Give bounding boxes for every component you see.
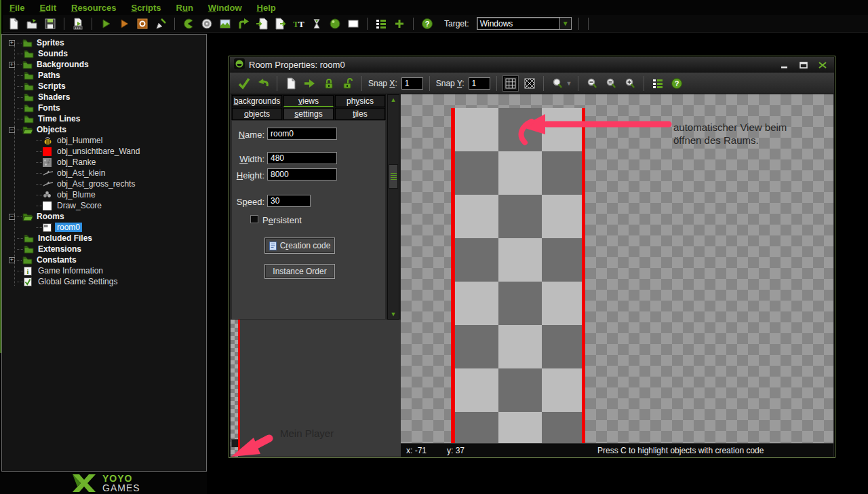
create-shader-icon[interactable] bbox=[273, 17, 287, 31]
tree-item-obj-ranke[interactable]: obj_Ranke bbox=[2, 157, 206, 168]
tree-item-scripts[interactable]: Scripts bbox=[2, 81, 206, 92]
menu-item-edit[interactable]: Edit bbox=[39, 3, 56, 13]
tree-item-game-information[interactable]: iGame Information bbox=[2, 265, 206, 276]
snap-x-input[interactable]: 1 bbox=[401, 77, 423, 90]
tree-item-room0[interactable]: room0 bbox=[2, 222, 206, 233]
tree-item-obj-blume[interactable]: obj_Blume bbox=[2, 189, 206, 200]
tree-item-fonts[interactable]: Fonts bbox=[2, 102, 206, 113]
close-button[interactable] bbox=[815, 60, 830, 70]
create-object-icon[interactable] bbox=[328, 17, 342, 31]
creation-code-button[interactable]: Creation code bbox=[264, 238, 335, 254]
tree-item-objects[interactable]: −Objects bbox=[2, 124, 206, 135]
tree-item-obj-unsichtbare-wand[interactable]: obj_unsichtbare_Wand bbox=[2, 146, 206, 157]
zoom-dropdown-icon[interactable] bbox=[550, 76, 565, 91]
clear-room-icon[interactable] bbox=[283, 76, 298, 91]
zoom-out-icon[interactable] bbox=[585, 76, 599, 91]
run-icon[interactable] bbox=[99, 17, 113, 31]
tree-item-draw-score[interactable]: Draw_Score bbox=[2, 200, 206, 211]
tab-views[interactable]: views bbox=[283, 95, 334, 107]
tree-item-obj-hummel[interactable]: obj_Hummel bbox=[2, 135, 206, 146]
menu-item-scripts[interactable]: Scripts bbox=[131, 3, 161, 13]
create-room-icon[interactable] bbox=[347, 17, 360, 31]
tree-item-paths[interactable]: Paths bbox=[2, 70, 206, 81]
tree-item-rooms[interactable]: −Rooms bbox=[2, 211, 206, 222]
clean-cache-icon[interactable] bbox=[154, 17, 167, 31]
instance-order-button[interactable]: Instance Order bbox=[264, 264, 335, 279]
open-project-icon[interactable] bbox=[25, 17, 39, 31]
scroll-down-icon[interactable]: ▼ bbox=[388, 309, 399, 319]
show-list-icon[interactable] bbox=[650, 76, 665, 91]
height-input[interactable]: 8000 bbox=[267, 168, 337, 180]
run-debug-icon[interactable] bbox=[117, 17, 131, 31]
create-font-icon[interactable]: TT bbox=[292, 17, 305, 31]
settings-scrollbar[interactable]: ▲ ▼ bbox=[387, 94, 399, 320]
shift-instances-icon[interactable] bbox=[302, 76, 317, 91]
create-sprite-icon[interactable] bbox=[182, 17, 195, 31]
tree-item-obj-ast-klein[interactable]: obj_Ast_klein bbox=[2, 168, 206, 178]
menu-item-help[interactable]: Help bbox=[257, 3, 276, 13]
create-path-icon[interactable] bbox=[237, 17, 250, 31]
add-icon[interactable] bbox=[393, 17, 406, 31]
zoom-normal-icon[interactable] bbox=[604, 76, 618, 91]
cursor-y-readout: y: 37 bbox=[447, 446, 465, 455]
tab-objects[interactable]: objects bbox=[232, 108, 282, 120]
create-executable-icon[interactable] bbox=[71, 17, 85, 31]
snap-y-input[interactable]: 1 bbox=[469, 77, 490, 90]
tree-item-included-files[interactable]: Included Files bbox=[2, 233, 206, 244]
tree-item-sprites[interactable]: +Sprites bbox=[2, 37, 206, 48]
lock-icon[interactable] bbox=[321, 76, 336, 91]
room-canvas[interactable] bbox=[401, 94, 833, 443]
create-background-icon[interactable] bbox=[218, 17, 232, 31]
zoom-in-icon[interactable] bbox=[623, 76, 637, 91]
tree-item-obj-ast-gross-rechts[interactable]: obj_Ast_gross_rechts bbox=[2, 178, 206, 189]
tab-backgrounds[interactable]: backgrounds bbox=[232, 95, 282, 107]
tab-physics[interactable]: physics bbox=[335, 95, 385, 107]
grid-toggle-icon[interactable] bbox=[503, 76, 518, 91]
tree-item-label: Objects bbox=[35, 125, 68, 134]
instance-list-icon[interactable] bbox=[374, 17, 388, 31]
menu-bar: FileEditResourcesScriptsRunWindowHelp bbox=[3, 0, 868, 15]
ok-check-icon[interactable] bbox=[237, 76, 252, 91]
player-instance[interactable] bbox=[231, 439, 238, 447]
create-timeline-icon[interactable] bbox=[310, 17, 323, 31]
target-dropdown[interactable]: Windows ▼ bbox=[477, 17, 572, 30]
dropdown-arrow-icon[interactable]: ▼ bbox=[559, 18, 571, 29]
tree-item-constants[interactable]: +Constants bbox=[2, 254, 206, 265]
width-input[interactable]: 480 bbox=[267, 152, 337, 164]
name-input[interactable]: room0 bbox=[267, 128, 337, 140]
tree-item-extensions[interactable]: Extensions bbox=[2, 244, 206, 254]
undo-icon[interactable] bbox=[256, 76, 271, 91]
help-icon[interactable]: ? bbox=[420, 17, 434, 31]
grid-isometric-icon[interactable] bbox=[522, 76, 537, 91]
tree-connector bbox=[17, 238, 23, 239]
new-project-icon[interactable] bbox=[7, 17, 20, 31]
zoom-dropdown-caret-icon[interactable]: ▼ bbox=[566, 80, 572, 87]
speed-input[interactable]: 30 bbox=[267, 195, 311, 207]
view-border-left bbox=[451, 108, 455, 443]
unlock-icon[interactable] bbox=[340, 76, 355, 91]
room-status-bar: x: -71 y: 37 Press C to highlight object… bbox=[401, 443, 833, 457]
dialog-title-bar[interactable]: Room Properties: room0 bbox=[230, 57, 834, 73]
tab-settings[interactable]: settings bbox=[283, 108, 334, 120]
scrollbar-thumb[interactable] bbox=[389, 164, 398, 189]
tree-item-time-lines[interactable]: Time Lines bbox=[2, 113, 206, 124]
menu-item-resources[interactable]: Resources bbox=[71, 3, 116, 13]
create-sound-icon[interactable] bbox=[200, 17, 214, 31]
scroll-up-icon[interactable]: ▲ bbox=[388, 95, 399, 104]
save-project-icon[interactable] bbox=[43, 17, 57, 31]
tree-item-shaders[interactable]: Shaders bbox=[2, 92, 206, 102]
minimize-button[interactable] bbox=[777, 60, 792, 70]
tree-item-label: obj_unsichtbare_Wand bbox=[55, 147, 142, 156]
tree-item-backgrounds[interactable]: +Backgrounds bbox=[2, 59, 206, 70]
tree-item-global-game-settings[interactable]: Global Game Settings bbox=[2, 276, 206, 287]
help-icon[interactable]: ? bbox=[669, 76, 684, 91]
maximize-button[interactable] bbox=[796, 60, 811, 70]
menu-item-run[interactable]: Run bbox=[176, 3, 193, 13]
tab-tiles[interactable]: tiles bbox=[335, 108, 385, 120]
menu-item-file[interactable]: File bbox=[9, 3, 24, 13]
create-script-icon[interactable] bbox=[255, 17, 269, 31]
debug-stop-icon[interactable] bbox=[136, 17, 149, 31]
tree-item-sounds[interactable]: Sounds bbox=[2, 48, 206, 59]
menu-item-window[interactable]: Window bbox=[208, 3, 242, 13]
persistent-checkbox[interactable] bbox=[250, 215, 258, 223]
